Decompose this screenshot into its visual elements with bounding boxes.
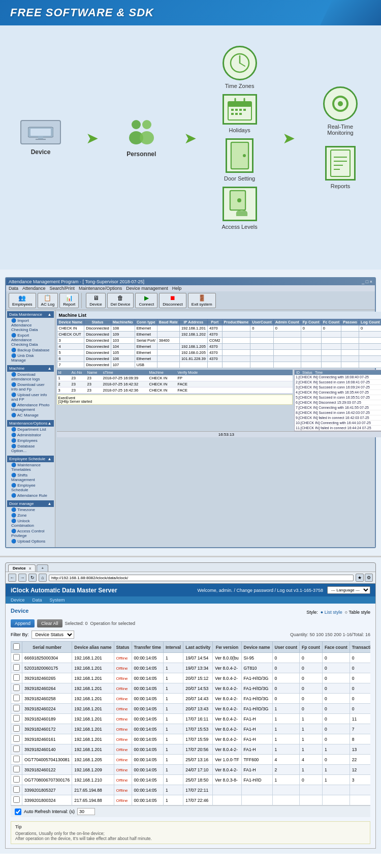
row-checkbox[interactable] bbox=[13, 735, 20, 742]
sidebar-photo[interactable]: 🔵 Attendance Photo Management bbox=[7, 402, 54, 412]
menu-device[interactable]: Device management bbox=[126, 286, 168, 291]
toolbar-connect[interactable]: ▶Connect bbox=[135, 293, 157, 308]
sidebar-dept[interactable]: 🔵 Department List bbox=[7, 427, 54, 432]
append-btn[interactable]: Append bbox=[11, 619, 35, 627]
sidebar-header-schedule[interactable]: Employee Schedule ▲ bbox=[7, 456, 54, 462]
row-checkbox[interactable] bbox=[13, 725, 20, 732]
door-setting-icon bbox=[226, 138, 253, 173]
toolbar-employees[interactable]: 👥Employees bbox=[9, 293, 36, 308]
nav-refresh[interactable]: ↻ bbox=[28, 574, 37, 582]
row-checkbox[interactable] bbox=[13, 664, 20, 671]
event-row: 123232018-07-25 16:09:39CHECK INFP bbox=[57, 375, 293, 381]
row-checkbox[interactable] bbox=[13, 654, 20, 661]
offline-badge: Offline bbox=[116, 686, 128, 691]
row-checkbox[interactable] bbox=[13, 674, 20, 681]
nav-home[interactable]: ⌂ bbox=[39, 574, 47, 582]
row-checkbox[interactable] bbox=[13, 695, 20, 701]
nav-forward[interactable]: → bbox=[18, 574, 26, 582]
sidebar-upload-opt[interactable]: 🔵 Upload Options bbox=[7, 538, 54, 544]
row-checkbox[interactable] bbox=[13, 776, 20, 783]
holidays-label: Holidays bbox=[229, 127, 250, 133]
toolbar-aclog[interactable]: 📋AC Log bbox=[38, 293, 58, 308]
device-icon bbox=[20, 120, 61, 144]
clear-all-btn[interactable]: Clear All bbox=[37, 619, 62, 627]
sidebar-import[interactable]: 🔵 Import Attendance Checking Data bbox=[7, 318, 54, 333]
col-conn-type: Conn type bbox=[135, 319, 157, 325]
menu-data[interactable]: Data bbox=[9, 286, 18, 291]
toolbar-del-device[interactable]: 🗑Del Device bbox=[107, 293, 134, 308]
row-checkbox[interactable] bbox=[13, 745, 20, 752]
list-style-btn[interactable]: ● List style bbox=[321, 610, 342, 615]
url-bar[interactable] bbox=[49, 575, 354, 581]
sidebar-download-logs[interactable]: 🔵 Download attendance logs bbox=[7, 372, 54, 382]
sidebar-header-machine[interactable]: Machine ▲ bbox=[7, 365, 54, 372]
row-checkbox[interactable] bbox=[13, 786, 20, 793]
nav-system[interactable]: System bbox=[50, 597, 65, 603]
menu-help[interactable]: Help bbox=[172, 286, 182, 291]
eh-id: Id bbox=[58, 370, 71, 375]
row-checkbox[interactable] bbox=[13, 766, 20, 772]
nav-device[interactable]: Device bbox=[11, 597, 25, 603]
nav-settings[interactable]: ⚙ bbox=[365, 574, 373, 582]
menu-search[interactable]: Search/Print bbox=[50, 286, 75, 291]
operation-label: Operation for selected bbox=[90, 621, 136, 626]
sidebar-header-door[interactable]: Door manage ▲ bbox=[7, 500, 54, 507]
filter-select[interactable]: Device Status bbox=[31, 631, 74, 639]
nav-bookmark[interactable]: ★ bbox=[356, 574, 364, 582]
refresh-interval-input[interactable] bbox=[77, 808, 95, 815]
svg-point-4 bbox=[132, 120, 141, 129]
log-items: 1.[CHECK IN] Connecting with 16:08:40 07… bbox=[295, 375, 381, 431]
sidebar-header-maintenance[interactable]: Maintenance/Options ▲ bbox=[7, 420, 54, 427]
sidebar-access-priv[interactable]: 🔵 Access Control Privilege bbox=[7, 528, 54, 538]
device-table-row: 3929182460161192.168.1.201Offline00:00:1… bbox=[11, 734, 371, 744]
browser-tab-device[interactable]: Device x bbox=[8, 564, 36, 572]
row-checkbox[interactable] bbox=[13, 796, 20, 803]
nav-data[interactable]: Data bbox=[33, 597, 42, 603]
sidebar-shifts[interactable]: 🔵 Shifts Management bbox=[7, 472, 54, 483]
sidebar-ac[interactable]: 🔵 AC Manage bbox=[7, 412, 54, 418]
quantity-info: Quantity: 50 100 150 200 1-16/Total: 16 bbox=[290, 632, 370, 637]
sidebar-unlock[interactable]: 🔵 Unlock Combination bbox=[7, 518, 54, 528]
sidebar-unb[interactable]: 🔵 Unb Disk Manage bbox=[7, 353, 54, 363]
sidebar-timetable[interactable]: 🔵 Maintenance Timetables bbox=[7, 462, 54, 472]
row-checkbox[interactable] bbox=[13, 705, 20, 711]
menu-maintenance[interactable]: Maintenance/Options bbox=[79, 286, 122, 291]
col-fpcount: Fp count bbox=[299, 642, 322, 653]
log-item: 10.[CHECK IN] Connecting with 16:44:10 0… bbox=[295, 421, 381, 426]
sidebar-backup[interactable]: 🔵 Backup Database bbox=[7, 347, 54, 353]
sidebar-header-data[interactable]: Data Maintenance ▲ bbox=[7, 311, 54, 318]
col-serial: Serial number bbox=[22, 642, 72, 653]
browser-tab-new[interactable]: + bbox=[37, 564, 48, 572]
sidebar-upload-user[interactable]: 🔵 Upload user info and FP bbox=[7, 392, 54, 402]
table-style-btn[interactable]: ○ Table style bbox=[345, 610, 370, 615]
eh-time: sTime bbox=[103, 370, 149, 375]
browser-body: iClock Automatic Data Master Server Welc… bbox=[5, 584, 376, 849]
device-table-row: 3399201805327217.65.194.88Offline00:00:1… bbox=[11, 785, 371, 795]
sidebar-employees[interactable]: 🔵 Employees bbox=[7, 438, 54, 443]
eh-verify: Verify Mode bbox=[178, 370, 201, 375]
sidebar-timezone[interactable]: 🔵 Timezone bbox=[7, 507, 54, 513]
sidebar-export[interactable]: 🔵 Export Attendance Checking Data bbox=[7, 333, 54, 347]
toolbar-report[interactable]: 📊Report bbox=[59, 293, 79, 308]
language-select[interactable]: --- Language --- bbox=[327, 586, 370, 594]
sidebar-admin[interactable]: 🔵 Administrator bbox=[7, 432, 54, 438]
sidebar-emp-sched[interactable]: 🔵 Employee Schedule bbox=[7, 483, 54, 493]
sidebar-attendance-rule[interactable]: 🔵 Attendance Rule bbox=[7, 493, 54, 498]
sidebar-download-user[interactable]: 🔵 Download user info and Fp bbox=[7, 382, 54, 392]
tab-close[interactable]: x bbox=[29, 566, 31, 571]
row-checkbox[interactable] bbox=[13, 715, 20, 722]
toolbar-exit[interactable]: 🚪Exit system bbox=[188, 293, 216, 308]
select-all-check[interactable] bbox=[13, 643, 20, 650]
sidebar-db[interactable]: 🔵 Database Option... bbox=[7, 443, 54, 454]
nav-back[interactable]: ← bbox=[8, 574, 16, 582]
row-checkbox[interactable] bbox=[13, 756, 20, 762]
sidebar-maintenance: Maintenance/Options ▲ 🔵 Department List … bbox=[7, 420, 54, 454]
log-item: 3.[CHECK IN] Succeed in conn 16:09:24 07… bbox=[295, 385, 381, 390]
menu-attendance[interactable]: Attendance bbox=[22, 286, 46, 291]
row-checkbox[interactable] bbox=[13, 684, 20, 691]
toolbar-disconnect[interactable]: ⏹Disconnect bbox=[159, 293, 186, 308]
auto-refresh-check[interactable] bbox=[15, 809, 21, 815]
sidebar-zone[interactable]: 🔵 Zone bbox=[7, 513, 54, 518]
col-status: Status bbox=[114, 642, 132, 653]
toolbar-device[interactable]: 🖥Device bbox=[86, 293, 105, 308]
